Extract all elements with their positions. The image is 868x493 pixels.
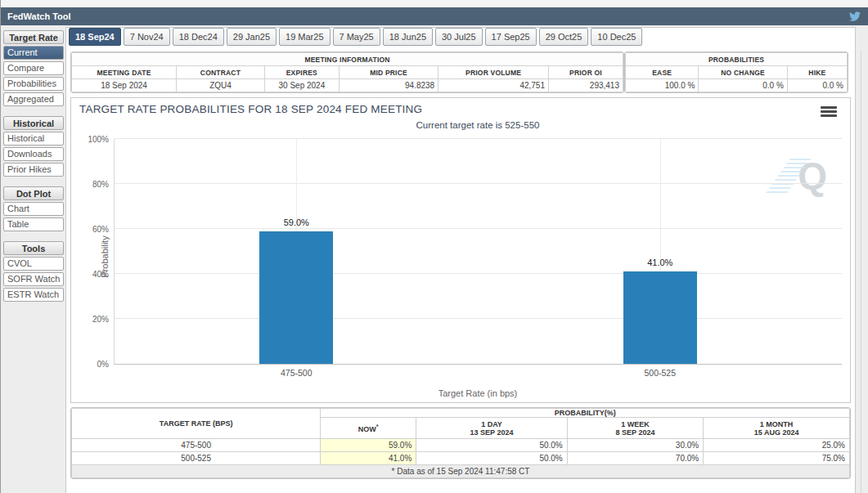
gridline [115, 138, 842, 139]
meeting-date-value: 18 Sep 2024 [72, 79, 177, 92]
summary-tables-row: MEETING INFORMATION MEETING DATE CONTRAC… [70, 52, 851, 93]
chart-panel: TARGET RATE PROBABILITIES FOR 18 SEP 202… [70, 97, 851, 403]
tab-19-mar25[interactable]: 19 Mar25 [279, 28, 330, 46]
col-contract: CONTRACT [177, 66, 265, 79]
sidebar-item-chart[interactable]: Chart [3, 202, 64, 216]
col-1-day: 1 DAY13 SEP 2024 [416, 418, 567, 439]
bar-500-525[interactable] [623, 271, 697, 364]
window-edge-line [861, 51, 861, 493]
top-strip [1, 0, 868, 7]
data-as-of-note: * Data as of 15 Sep 2024 11:47:58 CT [72, 465, 850, 478]
chart-menu-icon[interactable] [821, 106, 837, 119]
1-day-probability-cell: 50.0% [416, 439, 567, 452]
col-now: NOW* [321, 418, 416, 439]
col-meeting-date: MEETING DATE [72, 66, 177, 79]
meeting-information-panel: MEETING INFORMATION MEETING DATE CONTRAC… [70, 52, 624, 93]
y-tick-label: 80% [92, 180, 109, 189]
bar-475-500[interactable] [259, 231, 333, 364]
col-hike: HIKE [787, 66, 847, 79]
1-week-probability-cell: 70.0% [567, 452, 703, 465]
meeting-date-tabs: 18 Sep24 7 Nov24 18 Dec24 29 Jan25 19 Ma… [69, 28, 642, 46]
tab-17-sep25[interactable]: 17 Sep25 [485, 28, 537, 46]
main-panel: MEETING INFORMATION MEETING DATE CONTRAC… [65, 27, 856, 493]
1-day-probability-cell: 50.0% [416, 452, 567, 465]
col-probability-pct: PROBABILITY(%) [321, 409, 850, 418]
contract-value: ZQU4 [177, 79, 265, 92]
sidebar-section-target-rate: Target Rate [3, 30, 64, 44]
quikstrike-watermark: Q [798, 157, 827, 195]
sidebar-gap [3, 108, 64, 116]
target-rate-cell: 475-500 [72, 439, 321, 452]
content: Target Rate Current Compare Probabilitie… [1, 25, 868, 493]
tab-30-jul25[interactable]: 30 Jul25 [435, 28, 483, 46]
tab-7-nov24[interactable]: 7 Nov24 [124, 28, 170, 46]
col-1-month: 1 MONTH15 AUG 2024 [704, 418, 850, 439]
x-category-label: 475-500 [281, 368, 313, 378]
table-row: 475-500 59.0% 50.0% 30.0% 25.0% [72, 439, 850, 452]
chart-title: TARGET RATE PROBABILITIES FOR 18 SEP 202… [79, 103, 422, 115]
twitter-icon[interactable] [848, 11, 861, 22]
sidebar-item-aggregated[interactable]: Aggregated [3, 92, 64, 106]
tab-7-may25[interactable]: 7 May25 [333, 28, 380, 46]
gridline [115, 228, 842, 229]
sidebar-gap [3, 178, 64, 186]
prior-oi-value: 293,413 [548, 79, 623, 92]
sidebar-item-estr-watch[interactable]: ESTR Watch [3, 288, 64, 302]
gridline [115, 183, 842, 184]
now-asterisk: * [376, 423, 379, 430]
now-probability-cell: 41.0% [321, 452, 416, 465]
sidebar-gap [3, 233, 64, 241]
plot-area: Probability Q 0%20%40%60%80%100%59.0%475… [114, 139, 842, 365]
probability-history-panel: TARGET RATE (BPS) PROBABILITY(%) NOW* 1 … [70, 407, 851, 479]
tab-18-jun25[interactable]: 18 Jun25 [383, 28, 433, 46]
sidebar-item-historical[interactable]: Historical [3, 132, 64, 146]
sidebar-item-compare[interactable]: Compare [3, 61, 64, 75]
chart-subtitle: Current target rate is 525-550 [114, 120, 842, 130]
gridline [115, 273, 842, 274]
y-tick-label: 0% [97, 360, 109, 369]
y-tick-label: 100% [88, 135, 109, 144]
col-ease: EASE [626, 66, 699, 79]
gridline [115, 318, 842, 319]
tab-18-dec24[interactable]: 18 Dec24 [173, 28, 224, 46]
col-1-week: 1 WEEK8 SEP 2024 [567, 418, 703, 439]
y-tick-label: 40% [92, 270, 109, 279]
col-target-rate-bps: TARGET RATE (BPS) [72, 409, 321, 439]
ease-value: 100.0 % [626, 79, 699, 92]
x-axis-title: Target Rate (in bps) [114, 388, 842, 398]
meeting-information-table: MEETING INFORMATION MEETING DATE CONTRAC… [71, 52, 623, 92]
mid-price-value: 94.8238 [339, 79, 438, 92]
sidebar-section-historical: Historical [3, 116, 64, 130]
sidebar-item-cvol[interactable]: CVOL [3, 257, 64, 271]
table-row: 500-525 41.0% 50.0% 70.0% 75.0% [72, 452, 850, 465]
sidebar-item-probabilities[interactable]: Probabilities [3, 77, 64, 91]
sidebar-section-tools: Tools [3, 241, 64, 255]
tab-29-jan25[interactable]: 29 Jan25 [227, 28, 277, 46]
data-as-of-row: * Data as of 15 Sep 2024 11:47:58 CT [72, 465, 850, 478]
title-bar: FedWatch Tool [1, 7, 868, 25]
1-month-probability-cell: 25.0% [704, 439, 850, 452]
col-mid-price: MID PRICE [339, 66, 438, 79]
probability-history-table: TARGET RATE (BPS) PROBABILITY(%) NOW* 1 … [71, 408, 850, 478]
tab-10-dec25[interactable]: 10 Dec25 [591, 28, 642, 46]
y-tick-label: 20% [92, 315, 109, 324]
sidebar-item-sofr-watch[interactable]: SOFR Watch [3, 272, 64, 286]
tab-29-oct25[interactable]: 29 Oct25 [539, 28, 589, 46]
bar-value-label: 59.0% [284, 217, 309, 227]
col-prior-oi: PRIOR OI [548, 66, 623, 79]
1-week-probability-cell: 30.0% [567, 439, 703, 452]
tab-18-sep24[interactable]: 18 Sep24 [69, 28, 121, 46]
x-category-label: 500-525 [644, 368, 676, 378]
sidebar-item-current[interactable]: Current [3, 46, 64, 60]
col-expires: EXPIRES [264, 66, 339, 79]
now-probability-cell: 59.0% [321, 439, 416, 452]
probabilities-summary-table: PROBABILITIES EASE NO CHANGE HIKE 100.0 … [625, 52, 848, 92]
sidebar-item-prior-hikes[interactable]: Prior Hikes [3, 163, 64, 177]
col-prior-volume: PRIOR VOLUME [438, 66, 549, 79]
1-month-probability-cell: 75.0% [704, 452, 850, 465]
no-change-value: 0.0 % [699, 79, 787, 92]
fedwatch-app: FedWatch Tool Target Rate Current Compar… [0, 0, 868, 493]
sidebar-item-table[interactable]: Table [3, 217, 64, 231]
expires-value: 30 Sep 2024 [264, 79, 339, 92]
sidebar-item-downloads[interactable]: Downloads [3, 147, 64, 161]
